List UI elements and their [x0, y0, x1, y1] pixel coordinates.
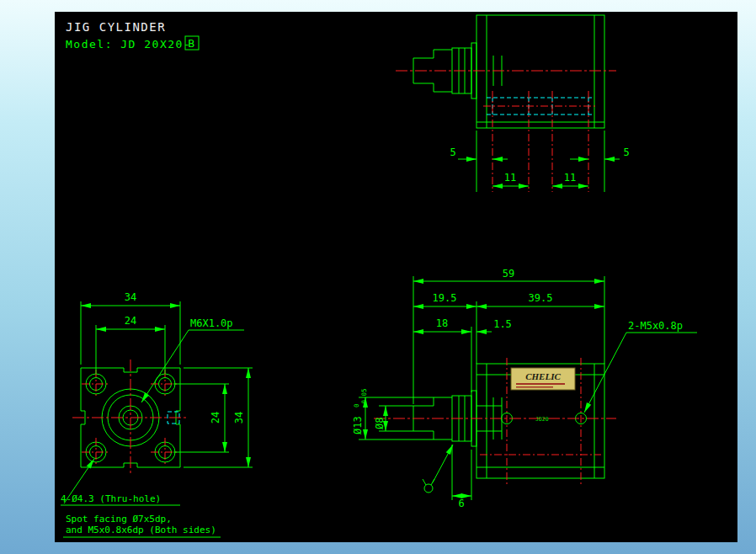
- port-callout: 2-M5x0.8p: [628, 320, 683, 332]
- drawing-canvas[interactable]: [55, 12, 737, 542]
- dim-dia13: Ø13: [352, 416, 364, 434]
- dim-5-left: 5: [450, 146, 455, 158]
- dim-dia8: Ø8: [374, 418, 386, 429]
- model-option: B: [188, 37, 195, 50]
- dim-6: 6: [458, 498, 464, 509]
- dia13-tol-lower: -0.05: [360, 388, 368, 408]
- body-stamp: JD20: [535, 416, 549, 423]
- model-text: Model: JD 20X20-: [66, 38, 191, 51]
- dim-1-5: 1.5: [493, 318, 512, 330]
- drawing-title: JIG CYLINDER: [66, 20, 166, 34]
- dim-59: 59: [503, 268, 514, 280]
- thread-callout: M6X1.0p: [190, 317, 233, 329]
- dim-19-5: 19.5: [433, 292, 457, 304]
- note-thread-depth: and M5x0.8x6dp (Both sides): [66, 525, 216, 535]
- dim-5-right: 5: [623, 146, 629, 158]
- dim-34-top: 34: [125, 291, 136, 303]
- dim-24-top: 24: [125, 315, 136, 327]
- dim-24-right: 24: [210, 412, 221, 423]
- dim-11-left: 11: [504, 172, 516, 184]
- brand-name: CHELIC: [525, 371, 561, 381]
- dia13-tol-upper: 0: [353, 403, 360, 408]
- dim-39-5: 39.5: [529, 292, 553, 304]
- dim-18: 18: [436, 317, 448, 329]
- note-thru-hole: 4-Ø4.3 (Thru-hole): [61, 493, 161, 504]
- maker-label: CHELIC: [511, 368, 575, 390]
- cad-viewport[interactable]: JIG CYLINDER Model: JD 20X20- B: [0, 0, 756, 554]
- note-spot-facing: Spot facing Ø7x5dp,: [66, 514, 172, 525]
- dim-34-right: 34: [233, 412, 245, 423]
- dim-11-right: 11: [564, 172, 576, 184]
